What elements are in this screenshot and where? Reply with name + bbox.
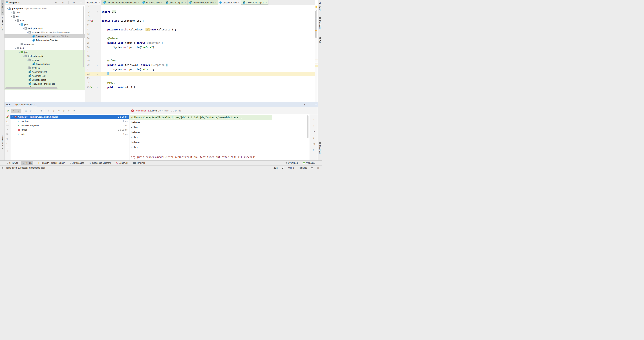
line-ending[interactable]: LF: [282, 167, 284, 169]
tree-row[interactable]: java: [4, 22, 85, 26]
tree-chevron-icon[interactable]: [10, 16, 12, 17]
run-tab[interactable]: CalculatorTest ×: [14, 102, 37, 107]
tree-chevron-icon[interactable]: ▼: [12, 116, 13, 118]
close-icon[interactable]: ×: [138, 1, 139, 4]
code-line[interactable]: 24 @Test: [85, 80, 315, 85]
run-strip-icon[interactable]: »: [6, 149, 9, 153]
bottom-bar-button[interactable]: VisualGC: [301, 162, 317, 164]
gear-icon[interactable]: ⚙: [302, 102, 307, 107]
code-line[interactable]: 11: [85, 23, 315, 27]
run-strip-icon[interactable]: ▣: [6, 132, 9, 136]
editor-tab[interactable]: TestMethodOrder.java ×: [188, 0, 218, 5]
bottom-bar-button[interactable]: ⚡ Run with Parallel Runner: [35, 161, 66, 165]
run-toolbar-icon[interactable]: ⚙: [72, 109, 76, 113]
project-header-icon[interactable]: [68, 1, 68, 4]
editor-tab[interactable]: hecker.java ×: [85, 0, 102, 5]
code-line[interactable]: 17 }: [85, 49, 315, 54]
code-line[interactable]: 21 System.out.println("after");: [85, 67, 315, 72]
tree-row[interactable]: resources: [4, 42, 85, 46]
gutter-run-icon[interactable]: [90, 80, 94, 85]
code-line[interactable]: 9: [85, 14, 315, 18]
fold-marker-icon[interactable]: [94, 64, 98, 66]
editor-tab[interactable]: CalculatorTest.java ×: [241, 0, 268, 5]
toolwindow-button[interactable]: Ant: [318, 37, 322, 43]
console-icon[interactable]: ↩: [312, 130, 316, 134]
test-row[interactable]: subtract 1 ms: [10, 119, 129, 123]
project-horizontal-scrollbar[interactable]: [5, 87, 58, 89]
gutter-run-icon[interactable]: [90, 58, 94, 63]
console-icon[interactable]: ▯: [312, 148, 316, 152]
fold-marker-icon[interactable]: [94, 11, 98, 13]
run-toolbar-icon[interactable]: ⇕: [34, 109, 38, 113]
close-icon[interactable]: ×: [215, 1, 216, 4]
console-icon[interactable]: ↓: [312, 123, 316, 128]
run-strip-icon[interactable]: [6, 126, 9, 126]
run-toolbar-icon[interactable]: ▶: [6, 109, 11, 113]
tree-row[interactable]: Assertion2Test: [4, 70, 85, 74]
bottom-bar-button[interactable]: ▶ 4: Run: [21, 161, 33, 165]
run-toolbar-icon[interactable]: ◷: [56, 109, 61, 113]
toolwindow-button[interactable]: m Maven: [318, 2, 322, 11]
fold-marker-icon[interactable]: [94, 86, 98, 88]
run-toolbar-icon[interactable]: ⊘: [16, 109, 21, 113]
toolwindow-button[interactable]: Database: [318, 17, 322, 29]
gutter-run-icon[interactable]: [90, 63, 94, 67]
bottom-bar-button[interactable]: > Terminal: [132, 161, 146, 165]
gutter-run-icon[interactable]: [90, 23, 94, 27]
code-line[interactable]: 25 public void add() {: [85, 85, 315, 90]
project-header-icon[interactable]: ⇅: [61, 0, 65, 5]
gutter-run-icon[interactable]: [90, 72, 94, 76]
test-row[interactable]: divide 2 s 13 ms: [10, 128, 129, 132]
code-editor[interactable]: 2 3 import ... 9 10: [85, 5, 315, 102]
tree-row[interactable]: test: [4, 46, 85, 50]
code-line[interactable]: 19 @After: [85, 58, 315, 63]
run-toolbar-icon[interactable]: ↑: [46, 109, 51, 113]
run-toolbar-icon[interactable]: ⇗: [66, 109, 71, 113]
run-strip-icon[interactable]: ↪: [6, 142, 9, 146]
code-line[interactable]: 14 @Before: [85, 36, 315, 41]
tree-chevron-icon[interactable]: [14, 20, 16, 21]
console-icon[interactable]: ↧: [312, 136, 316, 140]
gutter-run-icon[interactable]: [90, 10, 94, 14]
run-strip-icon[interactable]: ↻: [6, 120, 9, 124]
code-line[interactable]: 16 System.out.println("before");: [85, 45, 315, 49]
code-line[interactable]: 20 public void tearDown() throws Excepti…: [85, 63, 315, 67]
test-row[interactable]: testDivideByZero 0 ms: [10, 123, 129, 128]
gutter-run-icon[interactable]: [90, 5, 94, 10]
console-icon[interactable]: ▤: [312, 142, 316, 146]
gutter-run-icon[interactable]: [90, 67, 94, 72]
tree-row[interactable]: main: [4, 18, 85, 22]
tree-row[interactable]: CalculatorTest: [4, 62, 85, 66]
code-line[interactable]: 2: [85, 5, 315, 10]
run-toolbar-icon[interactable]: [45, 109, 45, 112]
run-strip-icon[interactable]: ✱: [6, 137, 9, 141]
lock-icon[interactable]: [311, 168, 313, 169]
bottom-bar-button[interactable]: ⊖ SonarLint: [114, 161, 130, 165]
hector-inspector-icon[interactable]: ☺: [317, 167, 319, 169]
close-icon[interactable]: ×: [184, 1, 186, 4]
tree-chevron-icon[interactable]: [18, 24, 20, 25]
gutter-run-icon[interactable]: [90, 49, 94, 54]
gutter-run-icon[interactable]: [90, 41, 94, 45]
gutter-run-icon[interactable]: [90, 27, 94, 32]
project-panel-title[interactable]: Project: [10, 1, 17, 4]
run-strip-icon[interactable]: [6, 147, 9, 147]
console-scrollbar[interactable]: [307, 115, 308, 138]
run-toolbar-icon[interactable]: ↓: [52, 109, 56, 113]
code-line[interactable]: 18: [85, 54, 315, 58]
gutter-run-icon[interactable]: [90, 85, 94, 90]
code-line[interactable]: 23: [85, 76, 315, 81]
bottom-bar-button[interactable]: ≡ 6: TODO: [5, 161, 20, 165]
chevron-down-icon[interactable]: ▼: [18, 2, 20, 3]
run-toolbar-icon[interactable]: ↓a: [24, 109, 28, 113]
code-line[interactable]: 15 public void setUp() throws Exception …: [85, 41, 315, 45]
gutter-run-icon[interactable]: [90, 32, 94, 36]
caret-position[interactable]: 22:6: [274, 167, 278, 169]
tree-chevron-icon[interactable]: [10, 12, 12, 13]
tree-row[interactable]: src: [4, 14, 85, 18]
editor-tab[interactable]: JunitTest1.java ×: [141, 0, 164, 5]
code-line[interactable]: 10 public class CalculatorTest {: [85, 18, 315, 23]
bottom-bar-button[interactable]: Event Log: [283, 162, 300, 164]
gutter-run-icon[interactable]: [90, 45, 94, 49]
close-icon[interactable]: ×: [161, 1, 162, 4]
